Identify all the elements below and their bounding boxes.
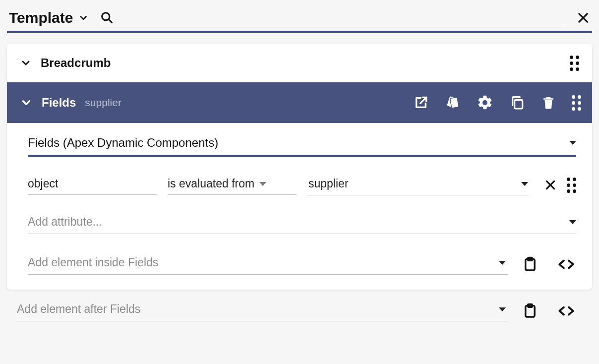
- attribute-name-input[interactable]: [28, 175, 157, 195]
- code-after-button[interactable]: [556, 303, 576, 318]
- search-button[interactable]: [100, 10, 114, 24]
- fields-type-label: Fields (Apex Dynamic Components): [28, 136, 569, 150]
- section-title-fields: Fields: [42, 96, 76, 110]
- search-area: [99, 8, 564, 27]
- caret-down-icon: [521, 182, 528, 186]
- section-title-breadcrumb: Breadcrumb: [41, 56, 111, 70]
- svg-rect-4: [515, 100, 523, 109]
- header: Template: [7, 5, 592, 33]
- gear-icon: [477, 94, 493, 111]
- drag-handle[interactable]: [570, 56, 579, 71]
- fields-type-select[interactable]: Fields (Apex Dynamic Components): [28, 136, 576, 157]
- delete-button[interactable]: [541, 95, 556, 110]
- svg-line-1: [109, 19, 112, 22]
- section-actions-fields: [413, 94, 581, 111]
- drag-icon: [572, 95, 581, 111]
- page-root: Template Breadcrumb: [0, 0, 599, 331]
- copy-button[interactable]: [509, 95, 525, 111]
- chevron-down-icon: [78, 12, 89, 23]
- add-element-inside-placeholder: Add element inside Fields: [28, 256, 495, 269]
- style-icon: [445, 95, 461, 111]
- close-icon: [576, 11, 590, 25]
- page-title: Template: [9, 9, 73, 26]
- add-element-inside-actions: [522, 256, 576, 273]
- close-button[interactable]: [576, 11, 590, 25]
- chevron-down-icon: [20, 57, 32, 69]
- clipboard-icon: [522, 256, 539, 273]
- caret-down-icon: [499, 307, 506, 311]
- copy-icon: [509, 95, 525, 111]
- chevron-down-icon: [20, 96, 33, 109]
- section-fields-header[interactable]: Fields supplier: [7, 82, 592, 123]
- drag-handle[interactable]: [567, 178, 576, 193]
- drag-handle[interactable]: [572, 95, 581, 111]
- caret-down-icon: [569, 220, 576, 224]
- expand-toggle-breadcrumb[interactable]: [20, 57, 32, 69]
- caret-down-icon: [569, 141, 576, 145]
- trash-icon: [541, 95, 556, 110]
- code-icon: [556, 257, 576, 272]
- add-element-after-select[interactable]: Add element after Fields: [17, 301, 508, 321]
- caret-down-icon: [259, 182, 266, 186]
- search-icon: [100, 10, 114, 24]
- attribute-value-input[interactable]: [307, 177, 517, 191]
- remove-attribute-button[interactable]: [544, 179, 557, 191]
- code-inside-button[interactable]: [556, 257, 576, 272]
- card: Breadcrumb Fields supplier: [7, 44, 592, 290]
- clipboard-icon: [522, 303, 539, 319]
- add-element-inside-select[interactable]: Add element inside Fields: [28, 254, 508, 275]
- close-icon: [544, 179, 557, 191]
- section-breadcrumb[interactable]: Breadcrumb: [7, 44, 592, 82]
- section-subtitle-fields: supplier: [85, 97, 121, 109]
- drag-icon: [570, 56, 579, 71]
- attribute-value-wrap: [307, 175, 528, 195]
- drag-icon: [567, 178, 576, 193]
- attribute-mode-label: is evaluated from: [168, 177, 254, 190]
- add-element-inside-row: Add element inside Fields: [28, 254, 576, 275]
- section-actions-breadcrumb: [570, 56, 579, 71]
- add-attribute-placeholder: Add attribute...: [28, 215, 564, 229]
- open-external-button[interactable]: [413, 95, 429, 111]
- caret-down-icon: [499, 261, 506, 265]
- add-element-after-actions: [522, 303, 576, 319]
- style-button[interactable]: [445, 95, 461, 111]
- section-fields-body: Fields (Apex Dynamic Components) is eval…: [7, 123, 592, 290]
- code-icon: [556, 303, 576, 318]
- attribute-row-actions: [544, 178, 576, 193]
- open-external-icon: [413, 95, 429, 111]
- search-input[interactable]: [118, 11, 564, 23]
- add-attribute-select[interactable]: Add attribute...: [28, 215, 576, 234]
- title-dropdown-button[interactable]: [78, 12, 89, 23]
- settings-button[interactable]: [477, 94, 493, 111]
- attribute-row: is evaluated from: [28, 175, 576, 195]
- attribute-mode-select[interactable]: is evaluated from: [168, 175, 297, 195]
- paste-inside-button[interactable]: [522, 256, 539, 273]
- add-element-after-placeholder: Add element after Fields: [17, 303, 495, 316]
- expand-toggle-fields[interactable]: [20, 96, 33, 109]
- add-element-after-row: Add element after Fields: [7, 301, 592, 321]
- sections-container: Breadcrumb Fields supplier: [7, 44, 592, 321]
- paste-after-button[interactable]: [522, 303, 539, 319]
- svg-rect-3: [450, 97, 459, 108]
